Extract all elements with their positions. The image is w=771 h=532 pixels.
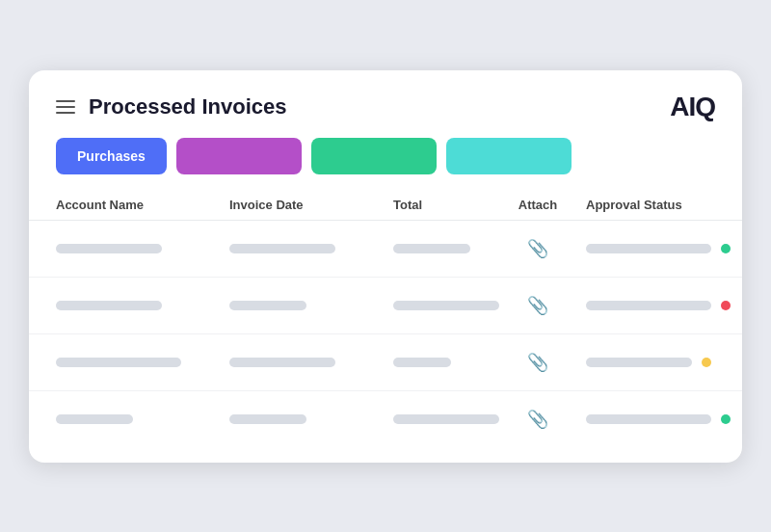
logo: AIQ — [670, 92, 715, 122]
col-invoice-date: Invoice Date — [229, 198, 393, 212]
invoice-date-cell — [229, 301, 393, 310]
table-row: 📎 — [29, 221, 742, 278]
attach-cell[interactable]: 📎 — [490, 238, 586, 259]
paperclip-icon: 📎 — [527, 352, 548, 373]
paperclip-icon: 📎 — [527, 238, 548, 259]
total-cell — [393, 414, 490, 424]
account-name-cell — [56, 358, 229, 367]
status-cell — [586, 358, 715, 367]
status-dot-yellow — [702, 358, 711, 367]
paperclip-icon: 📎 — [527, 295, 548, 316]
attach-cell[interactable]: 📎 — [490, 409, 586, 430]
status-dot-green — [721, 414, 731, 424]
page-title: Processed Invoices — [89, 94, 286, 120]
account-name-cell — [56, 414, 229, 424]
tab-2[interactable] — [311, 138, 437, 174]
invoice-date-cell — [229, 244, 393, 253]
total-cell — [393, 301, 490, 310]
table-row: 📎 — [29, 334, 742, 391]
status-dot-green — [721, 244, 731, 253]
col-account-name: Account Name — [56, 198, 229, 212]
total-cell — [393, 358, 490, 367]
status-cell — [586, 414, 731, 424]
table-row: 📎 — [29, 278, 742, 334]
total-cell — [393, 244, 490, 253]
invoice-date-cell — [229, 414, 393, 424]
invoice-date-cell — [229, 358, 393, 367]
col-approval-status: Approval Status — [586, 198, 715, 212]
main-card: Processed Invoices AIQ Purchases Account… — [29, 70, 742, 463]
header-left: Processed Invoices — [56, 94, 286, 120]
status-cell — [586, 301, 731, 310]
col-total: Total — [393, 198, 490, 212]
table: Account Name Invoice Date Total Attach A… — [29, 190, 742, 447]
account-name-cell — [56, 301, 229, 310]
paperclip-icon: 📎 — [527, 409, 548, 430]
tab-1[interactable] — [176, 138, 302, 174]
table-header: Account Name Invoice Date Total Attach A… — [29, 190, 742, 221]
tab-3[interactable] — [446, 138, 572, 174]
col-attach: Attach — [490, 198, 586, 212]
table-row: 📎 — [29, 391, 742, 447]
attach-cell[interactable]: 📎 — [490, 352, 586, 373]
attach-cell[interactable]: 📎 — [490, 295, 586, 316]
status-dot-red — [721, 301, 731, 310]
tabs-row: Purchases — [29, 138, 742, 174]
header: Processed Invoices AIQ — [29, 70, 742, 138]
status-cell — [586, 244, 731, 253]
tab-purchases[interactable]: Purchases — [56, 138, 167, 174]
menu-icon[interactable] — [56, 100, 75, 114]
account-name-cell — [56, 244, 229, 253]
